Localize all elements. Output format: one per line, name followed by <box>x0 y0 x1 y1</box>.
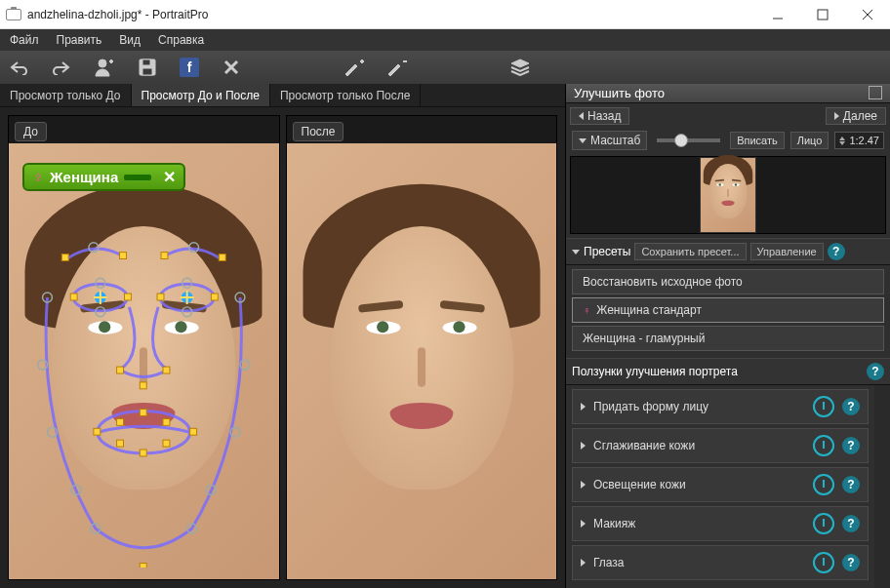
back-label: Назад <box>587 109 621 123</box>
zoom-slider[interactable] <box>657 138 720 142</box>
preset-restore[interactable]: Восстановить исходное фото <box>572 269 884 294</box>
save-preset-button[interactable]: Сохранить пресет... <box>634 243 746 260</box>
preset-label: Восстановить исходное фото <box>583 275 743 289</box>
slider-skin-lighting[interactable]: Освещение кожи? <box>572 467 869 502</box>
scale-label: Масштаб <box>590 134 640 147</box>
power-icon[interactable] <box>813 396 834 417</box>
facebook-share-button[interactable]: f <box>180 58 199 77</box>
fit-button[interactable]: Вписать <box>730 132 785 149</box>
preset-female-standard[interactable]: ♀Женщина стандарт <box>572 297 884 323</box>
svg-rect-18 <box>61 255 68 261</box>
help-icon[interactable]: ? <box>828 243 845 260</box>
controls-panel: Улучшить фото Назад Далее Масштаб Вписат… <box>566 84 890 588</box>
navigator-strip[interactable] <box>570 156 886 234</box>
slider-face-shape[interactable]: Придать форму лицу? <box>572 389 869 424</box>
svg-rect-36 <box>163 440 170 447</box>
menu-bar: Файл Править Вид Справка <box>0 29 890 51</box>
close-button[interactable] <box>845 0 890 29</box>
sliders-header: Ползунки улучшения портрета ? <box>566 358 890 385</box>
before-panel[interactable]: До <box>8 115 280 580</box>
view-tabs: Просмотр только До Просмотр До и После П… <box>0 84 565 107</box>
svg-rect-30 <box>190 428 197 435</box>
face-mesh-overlay[interactable] <box>9 143 279 568</box>
brush-minus-button[interactable] <box>386 57 408 78</box>
slider-label: Макияж <box>593 517 805 530</box>
chevron-left-icon <box>579 112 584 120</box>
help-icon[interactable]: ? <box>842 398 860 415</box>
controls-header: Улучшить фото <box>566 84 890 103</box>
gender-tag[interactable]: ♀ Женщина ✕ <box>22 163 185 191</box>
female-icon: ♀ <box>583 304 590 316</box>
svg-rect-9 <box>142 68 152 75</box>
help-icon[interactable]: ? <box>842 554 860 571</box>
slider-label: Освещение кожи <box>593 478 805 491</box>
svg-rect-32 <box>140 450 146 456</box>
undo-button[interactable] <box>8 57 29 78</box>
svg-rect-1 <box>818 10 828 20</box>
redo-button[interactable] <box>51 57 72 78</box>
gender-close-icon[interactable]: ✕ <box>163 168 176 186</box>
power-icon[interactable] <box>813 474 834 495</box>
minimize-button[interactable] <box>755 0 800 29</box>
svg-point-17 <box>98 412 190 453</box>
svg-rect-34 <box>163 418 170 425</box>
slider-eyes[interactable]: Глаза? <box>572 545 869 580</box>
svg-rect-31 <box>140 410 146 416</box>
help-icon[interactable]: ? <box>842 476 860 493</box>
before-image <box>9 143 279 579</box>
chevron-down-icon <box>579 138 587 143</box>
help-icon[interactable]: ? <box>867 363 884 380</box>
manage-presets-button[interactable]: Управление <box>750 243 824 260</box>
menu-help[interactable]: Справка <box>158 33 204 47</box>
layers-button[interactable] <box>509 57 531 78</box>
slider-skin-smoothing[interactable]: Сглаживание кожи? <box>572 428 869 463</box>
scale-dropdown[interactable]: Масштаб <box>572 131 647 150</box>
tab-after-only[interactable]: Просмотр только После <box>270 84 422 106</box>
chevron-right-icon <box>581 442 586 450</box>
next-label: Далее <box>843 109 877 123</box>
cancel-button[interactable] <box>221 57 242 78</box>
zoom-ratio-spinner[interactable]: 1:2.47 <box>834 132 884 149</box>
preset-female-glamour[interactable]: Женщина - гламурный <box>572 326 884 351</box>
window-controls <box>755 0 890 29</box>
chevron-down-icon[interactable] <box>572 250 580 255</box>
svg-rect-20 <box>161 253 168 259</box>
slider-label: Сглаживание кожи <box>593 439 805 452</box>
scrollbar[interactable] <box>874 385 890 588</box>
svg-rect-8 <box>142 59 150 65</box>
slider-label: Придать форму лицу <box>593 400 805 413</box>
back-button[interactable]: Назад <box>570 107 629 125</box>
tab-before-only[interactable]: Просмотр только До <box>0 84 132 106</box>
help-icon[interactable]: ? <box>842 437 860 454</box>
next-button[interactable]: Далее <box>826 107 886 125</box>
preset-list: Восстановить исходное фото ♀Женщина стан… <box>566 265 890 358</box>
menu-file[interactable]: Файл <box>10 33 39 47</box>
menu-edit[interactable]: Править <box>57 33 102 47</box>
face-zoom-button[interactable]: Лицо <box>790 132 829 149</box>
zoom-knob[interactable] <box>674 134 688 147</box>
zoom-ratio-value: 1:2.47 <box>849 135 879 146</box>
window-title: andzhelina-dzholi.jpg* - PortraitPro <box>27 8 208 21</box>
power-icon[interactable] <box>813 552 834 573</box>
power-icon[interactable] <box>813 513 834 534</box>
power-icon[interactable] <box>813 435 834 456</box>
after-panel[interactable]: После <box>286 115 558 580</box>
tab-before-after[interactable]: Просмотр До и После <box>132 84 270 106</box>
add-person-button[interactable] <box>94 57 115 78</box>
slider-makeup[interactable]: Макияж? <box>572 506 869 541</box>
chevron-right-icon <box>581 481 586 489</box>
maximize-button[interactable] <box>800 0 845 29</box>
save-button[interactable] <box>137 57 158 78</box>
navigator-thumb[interactable] <box>700 157 756 233</box>
dock-icon[interactable] <box>869 86 882 99</box>
after-image <box>287 143 557 579</box>
nav-row: Назад Далее <box>570 107 886 125</box>
preset-label: Женщина стандарт <box>596 303 702 317</box>
svg-rect-19 <box>120 253 127 259</box>
title-bar: andzhelina-dzholi.jpg* - PortraitPro <box>0 0 890 29</box>
after-label: После <box>293 122 344 141</box>
brush-plus-button[interactable] <box>344 57 365 78</box>
help-icon[interactable]: ? <box>842 515 860 532</box>
svg-rect-29 <box>94 428 101 435</box>
menu-view[interactable]: Вид <box>119 33 141 47</box>
